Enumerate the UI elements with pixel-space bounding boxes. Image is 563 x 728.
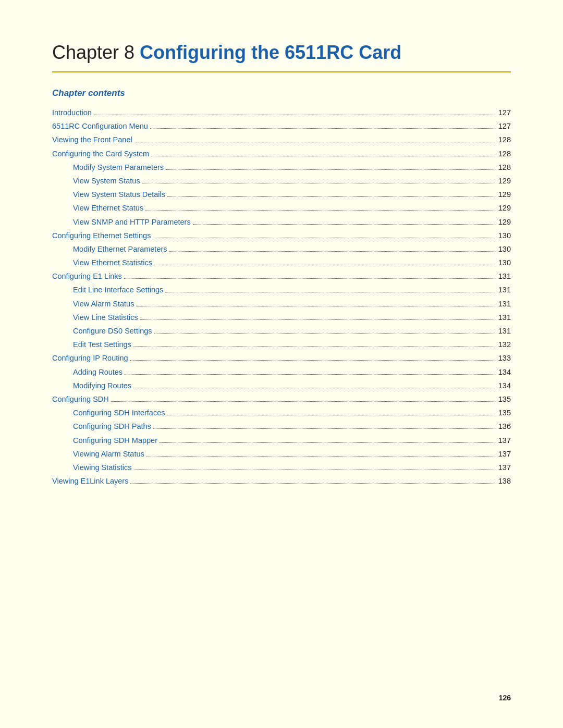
toc-page: 131 — [498, 325, 511, 337]
chapter-header: Chapter 8 Configuring the 6511RC Card — [52, 42, 511, 72]
toc-label: View Ethernet Statistics — [73, 257, 152, 269]
toc-item: Introduction127 — [52, 107, 511, 119]
toc-label: Configuring SDH — [52, 393, 109, 405]
toc-page: 131 — [498, 270, 511, 282]
page-number: 126 — [499, 694, 511, 702]
toc-label: Configuring IP Routing — [52, 352, 128, 364]
toc-dots — [125, 374, 496, 375]
toc-label: Configuring SDH Paths — [73, 421, 151, 433]
toc-dots — [130, 483, 496, 484]
toc-label: Configuring E1 Links — [52, 270, 122, 282]
toc-item: View System Status129 — [52, 175, 511, 187]
toc-dots — [94, 115, 496, 115]
toc-dots — [145, 210, 496, 211]
chapter-number-label: Chapter 8 — [52, 42, 140, 63]
toc-item: View Ethernet Statistics130 — [52, 257, 511, 269]
toc-dots — [154, 265, 496, 265]
toc-item: Configure DS0 Settings131 — [52, 325, 511, 337]
toc-item: Configuring E1 Links131 — [52, 270, 511, 282]
toc-dots — [150, 128, 496, 129]
toc-label: Edit Test Settings — [73, 339, 131, 351]
toc-label: 6511RC Configuration Menu — [52, 120, 148, 132]
toc-dots — [133, 347, 496, 347]
toc-dots — [142, 183, 496, 183]
toc-page: 127 — [498, 120, 511, 132]
toc-item: Configuring SDH Mapper137 — [52, 435, 511, 447]
toc-dots — [169, 251, 496, 252]
toc-dots — [167, 196, 496, 197]
toc: Introduction1276511RC Configuration Menu… — [52, 107, 511, 487]
toc-dots — [165, 292, 496, 292]
toc-page: 137 — [498, 435, 511, 447]
toc-dots — [134, 142, 496, 142]
toc-item: Modify System Parameters128 — [52, 162, 511, 174]
toc-label: Modify System Parameters — [73, 162, 164, 174]
toc-item: Edit Line Interface Settings131 — [52, 284, 511, 296]
toc-label: Configuring Ethernet Settings — [52, 230, 151, 242]
page: Chapter 8 Configuring the 6511RC Card Ch… — [0, 0, 563, 728]
toc-dots — [130, 360, 496, 361]
toc-page: 131 — [498, 312, 511, 324]
toc-page: 130 — [498, 257, 511, 269]
toc-label: Configuring SDH Mapper — [73, 435, 157, 447]
toc-item: Configuring the Card System128 — [52, 148, 511, 160]
toc-label: View SNMP and HTTP Parameters — [73, 216, 191, 228]
toc-item: Configuring SDH135 — [52, 393, 511, 405]
toc-item: Modifying Routes134 — [52, 380, 511, 392]
toc-label: Viewing Alarm Status — [73, 448, 144, 460]
toc-page: 128 — [498, 162, 511, 174]
toc-dots — [153, 238, 496, 238]
toc-page: 131 — [498, 284, 511, 296]
toc-page: 128 — [498, 148, 511, 160]
toc-page: 135 — [498, 393, 511, 405]
toc-label: Modify Ethernet Parameters — [73, 243, 167, 255]
toc-label: Configure DS0 Settings — [73, 325, 152, 337]
toc-item: Configuring IP Routing133 — [52, 352, 511, 364]
chapter-title-bold: Configuring the 6511RC Card — [140, 42, 401, 63]
toc-dots — [136, 306, 496, 306]
toc-dots — [167, 415, 496, 415]
toc-label: Configuring the Card System — [52, 148, 149, 160]
toc-dots — [124, 278, 496, 279]
toc-item: Viewing the Front Panel128 — [52, 134, 511, 146]
toc-item: View SNMP and HTTP Parameters129 — [52, 216, 511, 228]
toc-dots — [133, 388, 496, 388]
toc-page: 133 — [498, 352, 511, 364]
toc-item: View System Status Details129 — [52, 189, 511, 201]
toc-page: 130 — [498, 243, 511, 255]
chapter-title: Chapter 8 Configuring the 6511RC Card — [52, 42, 511, 64]
toc-dots — [193, 224, 496, 225]
toc-item: Configuring Ethernet Settings130 — [52, 230, 511, 242]
toc-label: Viewing the Front Panel — [52, 134, 132, 146]
toc-dots — [140, 319, 496, 320]
toc-item: Modify Ethernet Parameters130 — [52, 243, 511, 255]
toc-label: Viewing Statistics — [73, 462, 132, 474]
toc-item: View Ethernet Status129 — [52, 202, 511, 214]
toc-page: 127 — [498, 107, 511, 119]
toc-page: 128 — [498, 134, 511, 146]
toc-page: 130 — [498, 230, 511, 242]
chapter-contents-heading: Chapter contents — [52, 88, 511, 98]
toc-page: 137 — [498, 462, 511, 474]
toc-label: Adding Routes — [73, 366, 123, 378]
toc-item: Viewing Alarm Status137 — [52, 448, 511, 460]
toc-page: 136 — [498, 421, 511, 433]
toc-item: Configuring SDH Paths136 — [52, 421, 511, 433]
toc-item: Viewing E1Link Layers138 — [52, 475, 511, 487]
toc-page: 137 — [498, 448, 511, 460]
toc-dots — [154, 333, 496, 334]
toc-label: Configuring SDH Interfaces — [73, 407, 165, 419]
toc-page: 135 — [498, 407, 511, 419]
toc-page: 129 — [498, 175, 511, 187]
toc-item: View Line Statistics131 — [52, 312, 511, 324]
toc-page: 132 — [498, 339, 511, 351]
toc-label: Introduction — [52, 107, 92, 119]
toc-dots — [146, 456, 496, 456]
toc-dots — [153, 428, 496, 429]
toc-label: View System Status — [73, 175, 140, 187]
toc-label: View Ethernet Status — [73, 202, 143, 214]
toc-item: Edit Test Settings132 — [52, 339, 511, 351]
toc-item: Configuring SDH Interfaces135 — [52, 407, 511, 419]
toc-label: Viewing E1Link Layers — [52, 475, 128, 487]
toc-label: Edit Line Interface Settings — [73, 284, 163, 296]
